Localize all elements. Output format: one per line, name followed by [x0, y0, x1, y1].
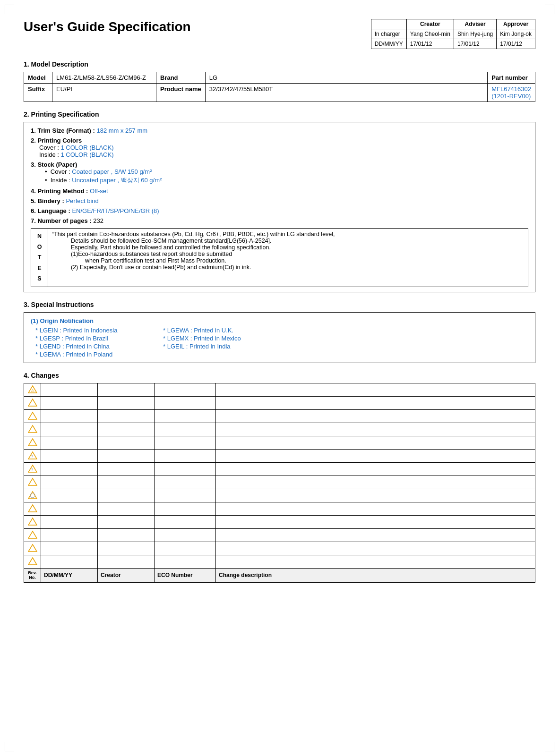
- change-creator: [98, 489, 155, 502]
- change-eco: [155, 476, 216, 489]
- approval-date-label: DD/MM/YY: [371, 39, 406, 49]
- change-creator: [98, 502, 155, 515]
- change-date: [41, 542, 98, 555]
- change-date: [41, 436, 98, 449]
- brand-value: LG: [205, 72, 487, 84]
- change-date: [41, 476, 98, 489]
- change-eco: [155, 449, 216, 462]
- change-desc: [216, 409, 535, 423]
- changes-footer-creator: Creator: [98, 568, 155, 583]
- note-line-6: (2) Especially, Don't use or contain lea…: [71, 264, 524, 271]
- change-eco: [155, 409, 216, 423]
- change-eco: [155, 396, 216, 409]
- change-creator: [98, 528, 155, 542]
- change-eco: [155, 528, 216, 542]
- change-icon: ⚠: [24, 383, 41, 396]
- change-creator: [98, 409, 155, 423]
- change-desc: [216, 462, 535, 476]
- change-date: [41, 528, 98, 542]
- table-row: ?: [24, 449, 535, 462]
- model-value: LM61-Z/LM58-Z/LS56-Z/CM96-Z: [52, 72, 156, 84]
- trim-size-item: 1. Trim Size (Format) : 182 mm x 257 mm: [31, 127, 528, 134]
- origin-lgein: * LGEIN : Printed in Indonesia: [35, 327, 158, 334]
- approval-approver-header: Approver: [497, 19, 535, 29]
- suffix-value: EU/PI: [52, 84, 156, 102]
- change-date: [41, 462, 98, 476]
- inside-color: Inside : 1 COLOR (BLACK): [39, 151, 528, 158]
- approval-adviser-header: Adviser: [454, 19, 496, 29]
- change-date: [41, 555, 98, 568]
- change-icon: [24, 542, 41, 555]
- change-desc: [216, 489, 535, 502]
- note-line-1: “This part contain Eco-hazardous substan…: [52, 231, 524, 238]
- page-title: User's Guide Specification: [24, 19, 191, 35]
- change-date: [41, 449, 98, 462]
- svg-marker-4: [28, 425, 37, 433]
- colors-label: 2. Printing Colors: [31, 137, 528, 144]
- note-line-2: Details should be followed Eco-SCM manag…: [71, 238, 524, 244]
- svg-text:⚠: ⚠: [31, 388, 34, 393]
- approval-creator-name: Yang Cheol-min: [406, 29, 454, 39]
- table-row: ⚠: [24, 383, 535, 396]
- changes-table: ⚠ ? ?: [24, 383, 535, 583]
- notes-table: NOTES “This part contain Eco-hazardous s…: [31, 228, 528, 287]
- model-table: Model LM61-Z/LM58-Z/LS56-Z/CM96-Z Brand …: [24, 72, 535, 102]
- change-eco: [155, 542, 216, 555]
- change-creator: [98, 555, 155, 568]
- approval-adviser-date: 17/01/12: [454, 39, 496, 49]
- change-creator: [98, 383, 155, 396]
- change-desc: [216, 528, 535, 542]
- table-row: [24, 423, 535, 436]
- colors-item: 2. Printing Colors Cover : 1 COLOR (BLAC…: [31, 137, 528, 158]
- bindery-item: 5. Bindery : Perfect bind: [31, 197, 528, 204]
- section-special-title: 3. Special Instructions: [24, 301, 535, 308]
- svg-point-12: [30, 493, 35, 498]
- svg-marker-17: [28, 558, 37, 565]
- note-line-5: when Part certification test and First M…: [85, 257, 524, 264]
- pages-item: 7. Number of pages : 232: [31, 217, 528, 224]
- change-eco: [155, 489, 216, 502]
- changes-footer-eco: ECO Number: [155, 568, 216, 583]
- approval-approver-date: 17/01/12: [497, 39, 535, 49]
- part-label: Part number: [488, 72, 535, 84]
- change-creator: [98, 462, 155, 476]
- change-icon: [24, 502, 41, 515]
- model-label: Model: [24, 72, 52, 84]
- change-icon: [24, 436, 41, 449]
- change-date: [41, 502, 98, 515]
- language-value: EN/GE/FR/IT/SP/PO/NE/GR (8): [70, 207, 159, 214]
- approval-table: Creator Adviser Approver In charger Yang…: [371, 19, 535, 49]
- change-eco: [155, 462, 216, 476]
- change-creator: [98, 476, 155, 489]
- origin-lgemx: * LGEMX : Printed in Mexico: [163, 335, 286, 342]
- pages-value: 232: [92, 217, 103, 224]
- svg-marker-14: [28, 518, 37, 525]
- changes-footer-date: DD/MM/YY: [41, 568, 98, 583]
- approval-adviser-name: Shin Hye-jung: [454, 29, 496, 39]
- table-row: [24, 542, 535, 555]
- section-printing-title: 2. Printing Specification: [24, 110, 535, 118]
- change-creator: [98, 436, 155, 449]
- section-changes-title: 4. Changes: [24, 372, 535, 379]
- change-icon: [24, 409, 41, 423]
- origin-title: (1) Origin Notification: [31, 317, 528, 324]
- change-creator: [98, 542, 155, 555]
- table-row: [24, 436, 535, 449]
- origin-lgewa: * LGEWA : Printed in U.K.: [163, 327, 286, 334]
- change-date: [41, 396, 98, 409]
- change-desc: [216, 542, 535, 555]
- change-desc: [216, 436, 535, 449]
- table-row: [24, 409, 535, 423]
- origin-grid: * LGEIN : Printed in Indonesia * LGEWA :…: [35, 327, 528, 358]
- table-row: [24, 489, 535, 502]
- svg-marker-15: [28, 531, 37, 538]
- change-desc: [216, 396, 535, 409]
- change-icon: [24, 396, 41, 409]
- svg-marker-16: [28, 544, 37, 552]
- change-date: [41, 409, 98, 423]
- product-label: Product name: [156, 84, 206, 102]
- method-value: Off-set: [88, 187, 108, 195]
- change-desc: [216, 449, 535, 462]
- change-icon: [24, 515, 41, 528]
- change-desc: [216, 476, 535, 489]
